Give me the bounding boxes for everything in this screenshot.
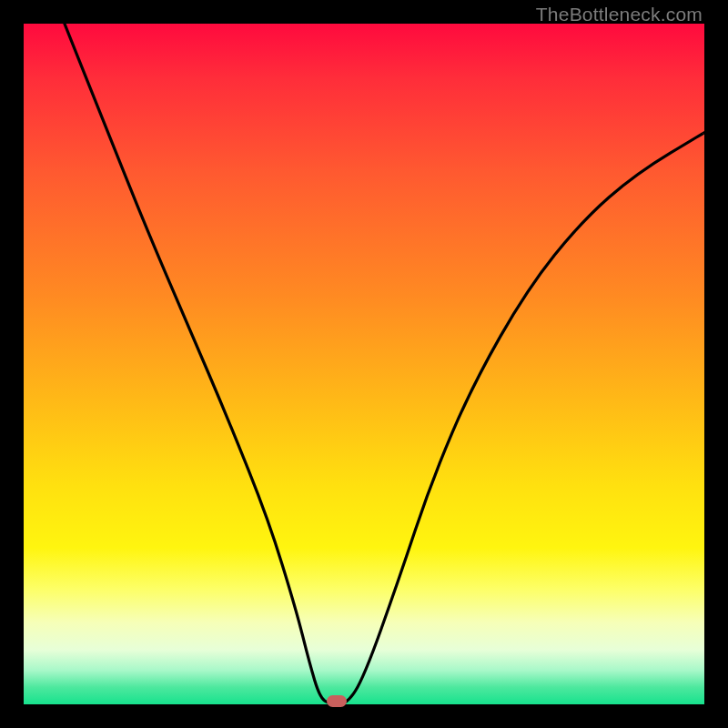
chart-frame: TheBottleneck.com bbox=[0, 0, 728, 728]
curve-path bbox=[65, 24, 704, 704]
optimum-marker bbox=[327, 695, 347, 707]
plot-area bbox=[24, 24, 704, 704]
watermark-text: TheBottleneck.com bbox=[536, 4, 703, 25]
bottleneck-curve bbox=[24, 24, 704, 704]
